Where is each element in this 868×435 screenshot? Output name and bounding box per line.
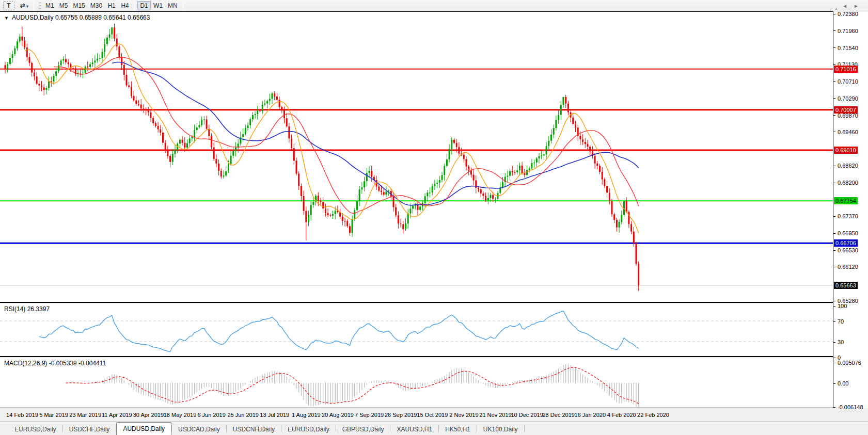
date-axis-label: 25 Jun 2019 <box>227 412 259 418</box>
price-tick-mark <box>833 81 835 82</box>
rsi-tick-mark <box>833 306 835 307</box>
price-tick-label: 0.71540 <box>838 44 858 52</box>
macd-tick-label: 0.005076 <box>838 359 861 366</box>
price-tick-label: 0.67370 <box>838 213 858 220</box>
macd-tick-mark <box>833 383 835 384</box>
tab-separator <box>524 425 525 432</box>
date-axis-label: 10 Dec 2019 <box>511 412 543 418</box>
date-axis-label: 30 Apr 2019 <box>133 412 164 418</box>
price-tick-mark <box>833 98 835 99</box>
price-tick-label: 0.68200 <box>838 179 858 186</box>
rsi-tick-label: 70 <box>838 318 844 325</box>
timeframe-button-h4[interactable]: H4 <box>118 1 132 10</box>
timeframe-button-mn[interactable]: MN <box>165 1 180 10</box>
price-tick-mark <box>833 115 835 116</box>
price-tick-label: 0.66530 <box>838 247 858 254</box>
price-axis[interactable]: 0.723800.719600.715400.711300.707100.702… <box>833 11 868 408</box>
timeframe-button-m5[interactable]: M5 <box>57 1 71 10</box>
price-tick-mark <box>833 183 835 183</box>
rsi-tick-mark <box>833 358 835 358</box>
price-pane[interactable]: ▼AUDUSD,Daily 0.65755 0.65889 0.65641 0.… <box>0 11 833 303</box>
macd-label: MACD(12,26,9) -0.005339 -0.004411 <box>4 360 106 367</box>
symbol-tab-usdcad[interactable]: USDCAD,Daily <box>172 423 226 435</box>
date-axis-label: 23 Mar 2019 <box>69 412 101 418</box>
chart-title: ▼AUDUSD,Daily 0.65755 0.65889 0.65641 0.… <box>4 14 150 21</box>
date-axis-label: 6 Jun 2019 <box>197 412 225 418</box>
date-axis-label: 2 Nov 2019 <box>449 412 478 418</box>
tab-scroll-left-icon[interactable]: ◄ <box>842 3 847 9</box>
date-axis-label: 1 Aug 2019 <box>292 412 321 418</box>
timeframe-button-d1[interactable]: D1 <box>137 1 151 10</box>
symbol-tab-uk100[interactable]: UK100,Daily <box>477 423 524 435</box>
scroll-up-icon[interactable]: ▲ <box>834 7 838 10</box>
price-tick-mark <box>833 30 835 31</box>
price-tick-mark <box>833 14 835 14</box>
price-level-badge: 0.67754 <box>834 197 858 204</box>
price-tick-mark <box>833 47 835 48</box>
macd-tick-mark <box>833 407 835 408</box>
price-tick-label: 0.72380 <box>838 10 858 18</box>
price-tick-label: 0.69460 <box>838 128 858 136</box>
price-tick-mark <box>833 250 835 251</box>
rsi-tick-mark <box>833 321 835 322</box>
toolbar: T ⇄▾ M1M5M15M30H1H4D1W1MN <box>0 0 868 11</box>
timeframe-button-h1[interactable]: H1 <box>105 1 118 10</box>
toolbar-separator <box>34 2 34 10</box>
arrows-tool-button[interactable]: ⇄▾ <box>18 1 31 10</box>
rsi-chart <box>0 304 833 356</box>
symbol-tab-hk50[interactable]: HK50,H1 <box>439 423 477 435</box>
symbol-tab-usdcnh[interactable]: USDCNH,Daily <box>227 423 281 435</box>
rsi-tick-mark <box>833 342 835 343</box>
symbol-tab-eurusd[interactable]: EURUSD,Daily <box>8 423 62 435</box>
timeframe-button-m1[interactable]: M1 <box>43 1 57 10</box>
price-level-badge: 0.69010 <box>834 147 858 154</box>
timeframe-group: M1M5M15M30H1H4D1W1MN <box>43 1 186 10</box>
price-level-badge: 0.66706 <box>834 239 858 247</box>
date-axis-label: 18 May 2019 <box>164 412 197 418</box>
date-axis-label: 5 Mar 2019 <box>39 412 68 418</box>
timeframe-button-w1[interactable]: W1 <box>151 1 165 10</box>
price-tick-label: 0.70710 <box>838 78 858 85</box>
rsi-tick-label: 100 <box>838 302 847 310</box>
macd-pane[interactable]: MACD(12,26,9) -0.005339 -0.004411 <box>0 358 833 408</box>
price-tick-mark <box>833 301 835 301</box>
date-axis-label: 26 Sep 2019 <box>385 412 417 418</box>
timeframe-button-m15[interactable]: M15 <box>70 1 87 10</box>
macd-chart <box>0 358 833 408</box>
macd-tick-label: -0.006148 <box>838 404 863 411</box>
date-axis[interactable]: 14 Feb 20195 Mar 201923 Mar 201911 Apr 2… <box>0 408 833 422</box>
date-axis-label: 20 Aug 2019 <box>322 412 354 418</box>
symbol-tab-audusd[interactable]: AUDUSD,Daily <box>116 422 171 435</box>
candlestick-chart <box>0 12 833 302</box>
toolbar-separator <box>134 2 135 10</box>
price-tick-mark <box>833 64 835 65</box>
price-tick-label: 0.66120 <box>838 263 858 270</box>
price-tick-mark <box>833 233 835 234</box>
date-axis-label: 14 Feb 2019 <box>6 412 38 418</box>
text-tool-button[interactable]: T <box>3 1 14 10</box>
symbol-tab-gbpusd[interactable]: GBPUSD,Daily <box>336 423 390 435</box>
collapse-triangle-icon[interactable]: ▼ <box>4 15 9 21</box>
price-tick-label: 0.71960 <box>838 27 858 35</box>
price-level-badge: 0.70007 <box>834 106 858 114</box>
toolbar-grip <box>39 2 41 9</box>
rsi-pane[interactable]: RSI(14) 26.3397 <box>0 304 833 357</box>
price-tick-mark <box>833 267 835 267</box>
price-tick-label: 0.68620 <box>838 162 858 169</box>
tab-scroll-right-icon[interactable]: ► <box>854 3 859 9</box>
chevron-down-icon: ▾ <box>26 4 28 9</box>
mt4-window: T ⇄▾ M1M5M15M30H1H4D1W1MN ▲ ▼AUDUSD,Dail… <box>0 0 868 435</box>
rsi-tick-label: 30 <box>838 339 844 346</box>
price-level-badge: 0.65663 <box>834 282 858 289</box>
date-axis-label: 11 Apr 2019 <box>102 412 132 418</box>
date-axis-label: 7 Sep 2019 <box>355 412 384 418</box>
rsi-label: RSI(14) 26.3397 <box>4 305 50 313</box>
symbol-tab-usdchf[interactable]: USDCHF,Daily <box>63 423 116 435</box>
date-axis-label: 16 Jan 2020 <box>575 412 606 418</box>
price-tick-mark <box>833 132 835 132</box>
toolbar-separator <box>183 2 183 10</box>
timeframe-button-m30[interactable]: M30 <box>88 1 105 10</box>
chart-title-text: AUDUSD,Daily 0.65755 0.65889 0.65641 0.6… <box>12 14 150 21</box>
symbol-tab-xauusd[interactable]: XAUUSD,H1 <box>390 423 438 435</box>
symbol-tab-eurusd[interactable]: EURUSD,Daily <box>281 423 336 435</box>
